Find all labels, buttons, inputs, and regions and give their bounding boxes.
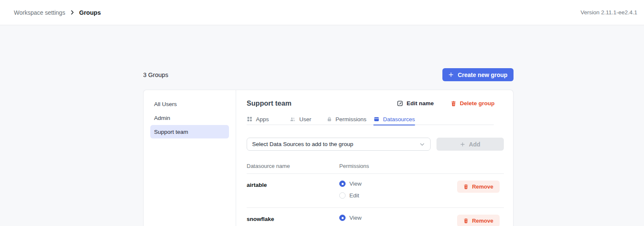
group-item-label: Admin: [154, 115, 170, 121]
group-list: All Users Admin Support team: [144, 90, 236, 226]
delete-group-label: Delete group: [460, 100, 495, 106]
database-icon: [373, 116, 380, 122]
apps-grid-icon: [247, 116, 253, 122]
trash-icon: [463, 184, 468, 189]
permission-radio-group: View Edit: [339, 215, 362, 226]
tab-label: Datasources: [383, 116, 415, 122]
radio-view-checked[interactable]: [339, 215, 346, 221]
add-button-label: Add: [469, 141, 480, 148]
remove-button-label: Remove: [472, 218, 493, 224]
datasource-table-header: Datasource name Permissions: [247, 163, 504, 174]
column-permissions: Permissions: [339, 163, 369, 169]
edit-name-button[interactable]: Edit name: [397, 100, 434, 106]
panel-header: Support team Edit name Delete group: [247, 99, 504, 107]
radio-label: Edit: [349, 192, 359, 199]
radio-edit-unchecked[interactable]: [339, 192, 346, 199]
permission-view-option[interactable]: View: [339, 181, 362, 187]
tab-label: Apps: [256, 116, 269, 122]
groups-card: All Users Admin Support team Support tea…: [143, 90, 514, 226]
plus-icon: [448, 72, 454, 77]
remove-button-label: Remove: [472, 183, 493, 190]
group-item-admin[interactable]: Admin: [150, 111, 229, 125]
remove-datasource-button[interactable]: Remove: [457, 181, 500, 193]
column-datasource-name: Datasource name: [247, 163, 339, 169]
create-new-group-button[interactable]: Create new group: [442, 68, 514, 81]
edit-pencil-icon: [397, 100, 403, 106]
group-item-label: Support team: [154, 129, 188, 135]
tab-permissions[interactable]: Permissions: [327, 113, 367, 125]
permission-radio-group: View Edit: [339, 181, 362, 199]
tab-label: Permissions: [335, 116, 367, 122]
group-item-label: All Users: [154, 101, 177, 107]
tab-user[interactable]: User: [290, 113, 311, 125]
users-icon: [290, 116, 296, 122]
breadcrumb-groups: Groups: [79, 9, 101, 16]
tab-apps[interactable]: Apps: [247, 113, 269, 125]
chevron-down-icon: [419, 141, 425, 147]
group-detail-panel: Support team Edit name Delete group: [236, 90, 514, 226]
permission-edit-option[interactable]: Edit: [339, 192, 362, 199]
group-item-all-users[interactable]: All Users: [150, 97, 229, 111]
breadcrumb-workspace-settings[interactable]: Workspace settings: [14, 9, 65, 16]
page-content: 3 Groups Create new group All Users Admi…: [0, 25, 644, 226]
top-bar: Workspace settings Groups Version 2.11.1…: [0, 0, 644, 25]
datasource-row-snowflake: snowflake View Edit Remove: [247, 208, 504, 226]
create-new-group-label: Create new group: [458, 72, 507, 78]
radio-label: View: [349, 215, 362, 221]
chevron-right-icon: [69, 10, 75, 15]
add-datasource-row: Select Data Sources to add to the group …: [247, 138, 504, 151]
plus-icon: [460, 142, 465, 147]
group-item-support-team[interactable]: Support team: [150, 125, 229, 138]
datasource-name: airtable: [247, 181, 339, 188]
trash-icon: [463, 218, 468, 223]
trash-icon: [451, 101, 456, 106]
groups-count-label: 3 Groups: [143, 72, 168, 78]
add-datasource-button[interactable]: Add: [436, 138, 504, 151]
lock-icon: [327, 116, 332, 122]
datasource-name: snowflake: [247, 215, 339, 222]
radio-label: View: [349, 181, 362, 187]
permission-view-option[interactable]: View: [339, 215, 362, 221]
datasource-select-value: Select Data Sources to add to the group: [252, 141, 353, 147]
tab-datasources[interactable]: Datasources: [373, 113, 415, 125]
version-label: Version 2.11.1-ee2.4.1: [580, 9, 637, 16]
datasource-select[interactable]: Select Data Sources to add to the group: [247, 138, 431, 151]
group-title: Support team: [247, 99, 291, 107]
group-tabs: Apps User Permissions: [247, 113, 494, 125]
remove-datasource-button[interactable]: Remove: [457, 215, 500, 226]
tab-label: User: [299, 116, 311, 122]
edit-name-label: Edit name: [407, 100, 434, 106]
breadcrumb: Workspace settings Groups: [14, 9, 101, 16]
delete-group-button[interactable]: Delete group: [451, 100, 495, 106]
datasource-row-airtable: airtable View Edit Remove: [247, 174, 504, 208]
radio-view-checked[interactable]: [339, 181, 346, 187]
